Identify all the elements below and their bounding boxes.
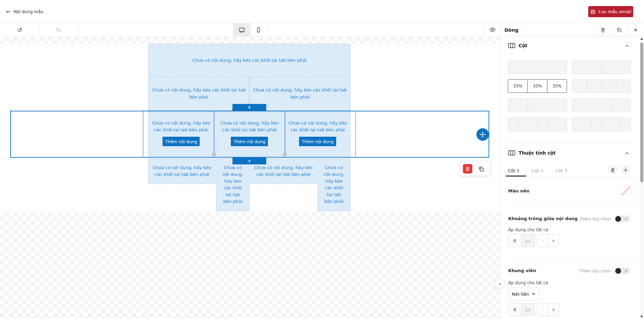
layout-option-1col[interactable] bbox=[508, 60, 567, 74]
save-icon bbox=[590, 9, 596, 15]
placeholder-text: Chưa có nội dung, hãy kéo các khối tại t… bbox=[253, 164, 314, 178]
tab-column-1[interactable]: Cột 1 bbox=[508, 165, 520, 177]
layout-option-2col[interactable] bbox=[572, 60, 631, 74]
column-resize-handle[interactable] bbox=[212, 153, 218, 156]
chevron-down-icon bbox=[532, 293, 535, 295]
mobile-view-button[interactable] bbox=[250, 23, 267, 36]
column-3[interactable]: Chưa có nội dung, hãy kéo các khối tại t… bbox=[285, 111, 355, 157]
placeholder-text: Chưa có nội dung, hãy kéo các khối tại t… bbox=[322, 164, 346, 205]
duplicate-row-button[interactable] bbox=[612, 23, 626, 36]
layout-option-33-67[interactable] bbox=[508, 99, 567, 112]
column-placeholder[interactable]: Chưa có nội dung, hãy kéo các khối tại t… bbox=[216, 158, 249, 211]
increment-button[interactable]: + bbox=[548, 234, 559, 247]
add-column-button[interactable]: + bbox=[621, 165, 630, 175]
collapse-panel-button[interactable]: » bbox=[495, 279, 505, 289]
email-canvas: Chưa có nội dung, hãy kéo các khối tại t… bbox=[0, 36, 500, 319]
top-bar: ← Nội dung mẫu Lưu mẫu email bbox=[0, 0, 644, 23]
border-label: Khung viền bbox=[508, 268, 536, 273]
apply-all-label: Áp dụng cho tất cả bbox=[508, 280, 548, 285]
preview-button[interactable] bbox=[485, 23, 499, 36]
column-placeholder[interactable]: Chưa có nội dung, hãy kéo các khối tại t… bbox=[214, 112, 284, 157]
move-icon bbox=[479, 131, 486, 138]
decrement-button[interactable]: − bbox=[537, 303, 548, 316]
column-1[interactable]: Chưa có nội dung, hãy kéo các khối tại t… bbox=[143, 111, 214, 157]
increment-button[interactable]: + bbox=[548, 303, 559, 316]
border-width-input[interactable]: 0 bbox=[508, 303, 521, 316]
placeholder-text: Chưa có nội dung, hãy kéo các khối tại t… bbox=[192, 57, 306, 64]
delete-row-button[interactable] bbox=[463, 164, 472, 174]
unit-label: px bbox=[521, 303, 535, 316]
panel-scrollbar[interactable] bbox=[640, 36, 644, 319]
placeholder-text: Chưa có nội dung, hãy kéo các khối tại t… bbox=[221, 164, 245, 205]
placeholder-text: Chưa có nội dung, hãy kéo các khối tại t… bbox=[288, 120, 348, 133]
save-button-label: Lưu mẫu email bbox=[599, 9, 631, 14]
trash-icon bbox=[611, 168, 615, 172]
layout-option-3col-selected[interactable]: 33% 33% 33% bbox=[508, 79, 567, 93]
spacing-value-input[interactable]: 0 bbox=[508, 234, 521, 247]
chevron-up-icon[interactable] bbox=[625, 44, 629, 47]
divider bbox=[40, 23, 40, 36]
delete-column-button[interactable] bbox=[608, 165, 617, 175]
insert-row-below-button[interactable]: + bbox=[232, 158, 266, 164]
content-spacing-label: Khoảng trống giữa nội dung bbox=[508, 216, 577, 221]
column-properties-title: Thuộc tính cột bbox=[519, 150, 555, 156]
add-content-button[interactable]: Thêm nội dung bbox=[231, 137, 268, 146]
trash-icon bbox=[600, 27, 605, 33]
back-link[interactable]: ← Nội dung mẫu bbox=[4, 0, 45, 23]
add-content-button[interactable]: Thêm nội dung bbox=[163, 137, 200, 146]
mobile-icon bbox=[256, 27, 261, 33]
tab-column-2[interactable]: Cột 2 bbox=[532, 165, 544, 177]
duplicate-row-button[interactable] bbox=[476, 164, 486, 174]
layout-cell-label: 33% bbox=[547, 80, 567, 92]
add-content-button[interactable]: Thêm nội dung bbox=[299, 137, 336, 146]
delete-row-button[interactable] bbox=[596, 23, 610, 36]
border-style-dropdown[interactable]: Nét liền bbox=[508, 288, 539, 300]
divider bbox=[610, 23, 611, 36]
toggle-off-icon: × bbox=[624, 217, 628, 221]
insert-row-above-button[interactable]: + bbox=[232, 104, 266, 111]
back-arrow-icon: ← bbox=[6, 9, 10, 15]
save-template-button[interactable]: Lưu mẫu email bbox=[588, 6, 633, 17]
selected-row-columns: Chưa có nội dung, hãy kéo các khối tại t… bbox=[143, 111, 356, 157]
close-panel-button[interactable]: ✕ bbox=[628, 23, 643, 36]
column-placeholder[interactable]: Chưa có nội dung, hãy kéo các khối tại t… bbox=[148, 158, 216, 184]
background-color-swatch[interactable] bbox=[621, 185, 631, 195]
divider bbox=[267, 23, 267, 36]
column-placeholder[interactable]: Chưa có nội dung, hãy kéo các khối tại t… bbox=[148, 112, 214, 157]
border-style-value: Nét liền bbox=[512, 292, 529, 297]
decrement-button[interactable]: − bbox=[537, 234, 548, 247]
selected-row[interactable]: Chưa có nội dung, hãy kéo các khối tại t… bbox=[10, 111, 489, 158]
layout-cell-label: 33% bbox=[508, 80, 527, 92]
scroll-down-arrow[interactable] bbox=[640, 316, 643, 318]
desktop-view-button[interactable] bbox=[233, 23, 250, 36]
divider bbox=[594, 23, 594, 36]
layout-option-67-33[interactable] bbox=[572, 99, 631, 112]
row-placeholder-full[interactable]: Chưa có nội dung, hãy kéo các khối tại t… bbox=[148, 44, 350, 77]
chevron-up-icon[interactable] bbox=[625, 152, 629, 155]
active-tab-underline bbox=[506, 176, 526, 177]
layout-option-33-17-33-17[interactable] bbox=[572, 117, 631, 131]
add-option-label: Thêm tùy chọn bbox=[579, 216, 611, 221]
border-option-toggle[interactable]: × bbox=[615, 267, 630, 274]
copy-icon bbox=[478, 166, 484, 172]
desktop-icon bbox=[239, 27, 245, 33]
scrollbar-thumb[interactable] bbox=[640, 43, 643, 182]
layout-option-17-33-17-33[interactable] bbox=[508, 117, 567, 131]
layout-option-4col[interactable] bbox=[572, 79, 631, 93]
move-row-handle[interactable] bbox=[476, 128, 489, 141]
redo-button[interactable]: ↻ bbox=[51, 23, 66, 36]
placeholder-text: Chưa có nội dung, hãy kéo các khối tại t… bbox=[151, 120, 211, 133]
eye-icon bbox=[489, 27, 496, 32]
column-2[interactable]: Chưa có nội dung, hãy kéo các khối tại t… bbox=[214, 111, 284, 157]
column-placeholder[interactable]: Chưa có nội dung, hãy kéo các khối tại t… bbox=[285, 112, 350, 157]
tab-column-3[interactable]: Cột 3 bbox=[555, 165, 567, 177]
scroll-up-arrow[interactable] bbox=[640, 38, 643, 40]
column-placeholder[interactable]: Chưa có nội dung, hãy kéo các khối tại t… bbox=[318, 158, 350, 211]
placeholder-text: Chưa có nội dung, hãy kéo các khối tại t… bbox=[151, 87, 247, 100]
columns-icon bbox=[508, 150, 515, 156]
placeholder-text: Chưa có nội dung, hãy kéo các khối tại t… bbox=[252, 87, 348, 100]
undo-button[interactable]: ↺ bbox=[13, 23, 26, 36]
divider bbox=[508, 143, 636, 144]
column-resize-handle[interactable] bbox=[283, 153, 289, 156]
spacing-option-toggle[interactable]: × bbox=[615, 215, 630, 222]
